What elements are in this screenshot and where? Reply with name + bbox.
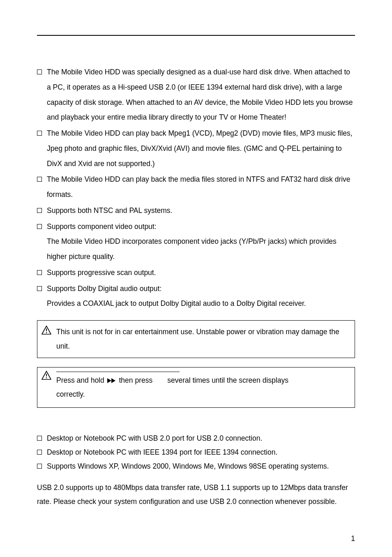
notice2-post-top: several times until the screen displays	[167, 374, 348, 388]
list-item: Supports both NTSC and PAL systems.	[37, 203, 355, 218]
bullet-icon	[37, 286, 42, 291]
svg-point-5	[46, 377, 47, 378]
list-item: Supports component video output:The Mobi…	[37, 219, 355, 264]
notice-box-2: Press and hold then press several times …	[37, 367, 355, 408]
list-item-text: The Mobile Video HDD was specially desig…	[47, 65, 355, 125]
bullet-icon	[37, 69, 42, 74]
notice2-post-bottom: correctly.	[56, 388, 348, 401]
horizontal-rule	[37, 35, 355, 36]
svg-marker-7	[111, 378, 115, 383]
list-item-text: Supports both NTSC and PAL systems.	[47, 203, 355, 218]
svg-marker-6	[107, 378, 111, 383]
ffwd-icon	[107, 374, 116, 388]
list-item: Supports Windows XP, Windows 2000, Windo…	[37, 460, 355, 473]
bullet-icon	[37, 450, 42, 455]
list-item-text: Desktop or Notebook PC with IEEE 1394 po…	[47, 446, 355, 459]
warning-icon	[42, 371, 52, 380]
warning-icon	[42, 326, 52, 335]
usb-paragraph: USB 2.0 supports up to 480Mbps data tran…	[37, 481, 355, 508]
notice-box-1: This unit is not for in car entertainmen…	[37, 320, 355, 358]
list-item-text: Supports Dolby Digital audio output:Prov…	[47, 281, 355, 312]
list-item: Desktop or Notebook PC with IEEE 1394 po…	[37, 446, 355, 459]
list-item-text: The Mobile Video HDD can play back Mpeg1…	[47, 126, 355, 171]
bullet-icon	[37, 208, 42, 213]
notice-text: This unit is not for in car entertainmen…	[52, 325, 348, 354]
list-item-text: The Mobile Video HDD can play back the m…	[47, 172, 355, 202]
notice-text-2: Press and hold then press several times …	[52, 370, 348, 402]
bullet-icon	[37, 177, 42, 182]
list-item: Supports progressive scan output.	[37, 265, 355, 280]
feature-list: The Mobile Video HDD was specially desig…	[37, 65, 355, 311]
list-item-text: Supports progressive scan output.	[47, 265, 355, 280]
bullet-icon	[37, 464, 42, 469]
list-item: The Mobile Video HDD can play back the m…	[37, 172, 355, 202]
list-item: The Mobile Video HDD can play back Mpeg1…	[37, 126, 355, 171]
list-item-text: Supports Windows XP, Windows 2000, Windo…	[47, 460, 355, 473]
bullet-icon	[37, 131, 42, 136]
notice2-mid: then press	[117, 376, 153, 384]
underline-rule	[56, 372, 180, 372]
page-number: 1	[351, 534, 355, 543]
bullet-icon	[37, 270, 42, 275]
list-item: Supports Dolby Digital audio output:Prov…	[37, 281, 355, 312]
bullet-icon	[37, 224, 42, 229]
requirements-list: Desktop or Notebook PC with USB 2.0 port…	[37, 432, 355, 473]
list-item-text: Supports component video output:The Mobi…	[47, 219, 355, 264]
list-item: The Mobile Video HDD was specially desig…	[37, 65, 355, 125]
notice2-pre: Press and hold	[56, 376, 106, 384]
bullet-icon	[37, 436, 42, 441]
list-item: Desktop or Notebook PC with USB 2.0 port…	[37, 432, 355, 445]
list-item-text: Desktop or Notebook PC with USB 2.0 port…	[47, 432, 355, 445]
svg-point-2	[46, 332, 47, 333]
